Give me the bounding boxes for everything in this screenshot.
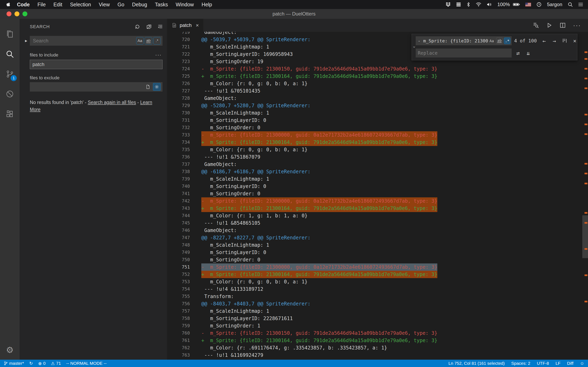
menu-item-view[interactable]: View	[95, 2, 114, 8]
cursor-position[interactable]: Ln 752, Col 81 (161 selected)	[448, 361, 505, 366]
wifi-icon[interactable]	[476, 2, 481, 7]
code-line-726[interactable]: 726 m_Color: {r: 0, g: 0, b: 0, a: 1}	[167, 80, 588, 87]
code-line-736[interactable]: 736 --- !u!1 &751867079	[167, 153, 588, 161]
sidebar-item-search[interactable]	[0, 44, 20, 64]
code-line-725[interactable]: 725+ m_Sprite: {fileID: 21300164, guid: …	[167, 73, 588, 80]
close-window-button[interactable]	[7, 11, 11, 16]
find-whole-word-icon[interactable]: ab	[496, 38, 503, 44]
regex-toggle[interactable]: .*	[153, 37, 161, 44]
menubar-username[interactable]: 5argon	[547, 2, 562, 7]
run-icon[interactable]	[546, 22, 552, 28]
split-editor-icon[interactable]	[560, 22, 566, 28]
files-to-exclude-input[interactable]	[30, 82, 163, 92]
next-match-icon[interactable]: →	[550, 37, 558, 45]
more-actions-icon[interactable]: ···	[573, 22, 581, 29]
whole-word-toggle[interactable]: ab	[145, 37, 152, 44]
code-line-737[interactable]: 737 GameObject:	[167, 161, 588, 168]
code-line-755[interactable]: 755 Transform:	[167, 293, 588, 300]
overview-ruler[interactable]	[582, 32, 588, 360]
code-line-731[interactable]: 731 m_SortingLayerID: 0	[167, 117, 588, 124]
settings-gear-icon[interactable]: ⚙	[6, 346, 14, 354]
find-in-selection-icon[interactable]	[561, 37, 568, 45]
code-line-760[interactable]: 760- m_Sprite: {fileID: 21300150, guid: …	[167, 329, 588, 337]
find-match-case-icon[interactable]: Aa	[488, 38, 495, 44]
match-case-toggle[interactable]: Aa	[136, 37, 144, 44]
minimize-window-button[interactable]	[15, 11, 19, 16]
input-language-flag-icon[interactable]	[525, 3, 531, 7]
sidebar-item-debug[interactable]	[0, 84, 20, 104]
search-input[interactable]: Search Aa ab .*	[30, 36, 163, 46]
use-ignore-files-icon[interactable]	[144, 83, 152, 91]
code-line-739[interactable]: 739 m_ScaleInLightmap: 1	[167, 175, 588, 183]
menu-item-code[interactable]: Code	[13, 2, 34, 8]
code-line-741[interactable]: 741 m_SortingOrder: 0	[167, 190, 588, 197]
collapse-all-icon[interactable]	[157, 23, 164, 30]
code-line-730[interactable]: 730 m_ScaleInLightmap: 1	[167, 109, 588, 117]
code-line-732[interactable]: 732 m_SortingOrder: 0	[167, 124, 588, 131]
find-input[interactable]: - m_Sprite: {fileID: 21300 Aa ab .*	[416, 36, 512, 45]
sync-icon[interactable]: ↻	[29, 361, 33, 366]
code-line-763[interactable]: 763 --- !u!1 &1169924279	[167, 351, 588, 359]
code-line-754[interactable]: 754 --- !u!4 &1133189712	[167, 285, 588, 293]
menu-item-window[interactable]: Window	[172, 2, 198, 8]
indentation-indicator[interactable]: Spaces: 2	[511, 361, 530, 366]
close-find-widget-icon[interactable]: ×	[571, 37, 579, 45]
code-line-757[interactable]: 757 m_ScaleInLightmap: 1	[167, 308, 588, 315]
code-line-735[interactable]: 735 m_Color: {r: 0, g: 0, b: 0, a: 1}	[167, 146, 588, 153]
replace-all-icon[interactable]: ⇊	[524, 49, 532, 57]
code-line-748[interactable]: 748 m_ScaleInLightmap: 1	[167, 242, 588, 249]
toggle-search-details-ellipsis[interactable]: ···	[155, 52, 162, 58]
code-line-738[interactable]: 738@@ -6186,7 +6186,7 @@ SpriteRenderer:	[167, 168, 588, 175]
files-to-include-input[interactable]: patch	[30, 60, 163, 69]
git-branch-indicator[interactable]: master*	[4, 361, 24, 366]
toggle-replace-icon[interactable]: ›	[413, 36, 416, 58]
code-line-747[interactable]: 747@@ -8227,7 +8227,7 @@ SpriteRenderer:	[167, 234, 588, 242]
code-line-727[interactable]: 727 --- !u!1 &705101435	[167, 87, 588, 95]
code-line-745[interactable]: 745 --- !u!1 &854865105	[167, 219, 588, 227]
find-regex-icon[interactable]: .*	[504, 38, 510, 44]
sidebar-item-extensions[interactable]	[0, 104, 20, 124]
apple-menu-icon[interactable]	[6, 2, 11, 7]
tab-patch[interactable]: patch ×	[167, 19, 203, 32]
menu-item-go[interactable]: Go	[114, 2, 128, 8]
sidebar-item-explorer[interactable]	[0, 24, 20, 44]
code-line-744[interactable]: 744 m_Color: {r: 1, g: 1, b: 1, a: 0}	[167, 212, 588, 219]
window-titlebar[interactable]: patch — DuelOtters	[0, 9, 588, 19]
volume-icon[interactable]	[487, 2, 492, 7]
bluetooth-icon[interactable]	[467, 2, 470, 7]
code-line-751[interactable]: 751- m_Sprite: {fileID: 21300000, guid: …	[167, 263, 588, 271]
replace-one-icon[interactable]: ⇄	[514, 49, 522, 57]
clear-search-results-icon[interactable]	[145, 23, 152, 30]
code-line-743[interactable]: 743+ m_Sprite: {fileID: 21300164, guid: …	[167, 205, 588, 212]
code-line-728[interactable]: 728 GameObject:	[167, 95, 588, 102]
code-line-729[interactable]: 729@@ -5280,7 +5280,7 @@ SpriteRenderer:	[167, 102, 588, 109]
menu-item-file[interactable]: File	[34, 2, 50, 8]
code-line-750[interactable]: 750 m_SortingOrder: 0	[167, 256, 588, 263]
spotlight-search-icon[interactable]	[568, 2, 573, 7]
menu-item-debug[interactable]: Debug	[128, 2, 151, 8]
code-line-749[interactable]: 749 m_SortingLayerID: 0	[167, 249, 588, 256]
menu-item-edit[interactable]: Edit	[50, 2, 66, 8]
replace-input[interactable]: Replace	[416, 49, 512, 58]
code-line-734[interactable]: 734+ m_Sprite: {fileID: 21300164, guid: …	[167, 139, 588, 146]
use-exclude-settings-icon[interactable]	[153, 83, 161, 91]
search-editor-icon[interactable]	[533, 22, 539, 28]
warnings-indicator[interactable]: ⚠ 71	[51, 361, 61, 366]
clock-icon[interactable]	[536, 2, 541, 7]
language-mode-indicator[interactable]: Diff	[567, 361, 573, 366]
dropbox-icon[interactable]	[446, 2, 450, 7]
code-line-740[interactable]: 740 m_SortingLayerID: 0	[167, 183, 588, 190]
close-tab-icon[interactable]: ×	[196, 22, 199, 29]
code-line-753[interactable]: 753 m_Color: {r: 0, g: 0, b: 0, a: 1}	[167, 278, 588, 285]
eol-indicator[interactable]: LF	[555, 361, 561, 366]
zoom-window-button[interactable]	[22, 11, 27, 16]
code-line-752[interactable]: 752+ m_Sprite: {fileID: 21300164, guid: …	[167, 271, 588, 278]
menu-item-tasks[interactable]: Tasks	[151, 2, 172, 8]
errors-indicator[interactable]: ⊗ 0	[38, 361, 45, 366]
vim-mode-indicator[interactable]: -- NORMAL MODE --	[66, 361, 107, 366]
notification-center-icon[interactable]	[578, 2, 583, 7]
code-line-746[interactable]: 746 GameObject:	[167, 227, 588, 234]
code-line-758[interactable]: 758 m_SortingLayerID: 2228671611	[167, 315, 588, 322]
menu-item-selection[interactable]: Selection	[66, 2, 95, 8]
code-line-762[interactable]: 762 m_Color: {r: .691176474, g: .3354238…	[167, 344, 588, 351]
